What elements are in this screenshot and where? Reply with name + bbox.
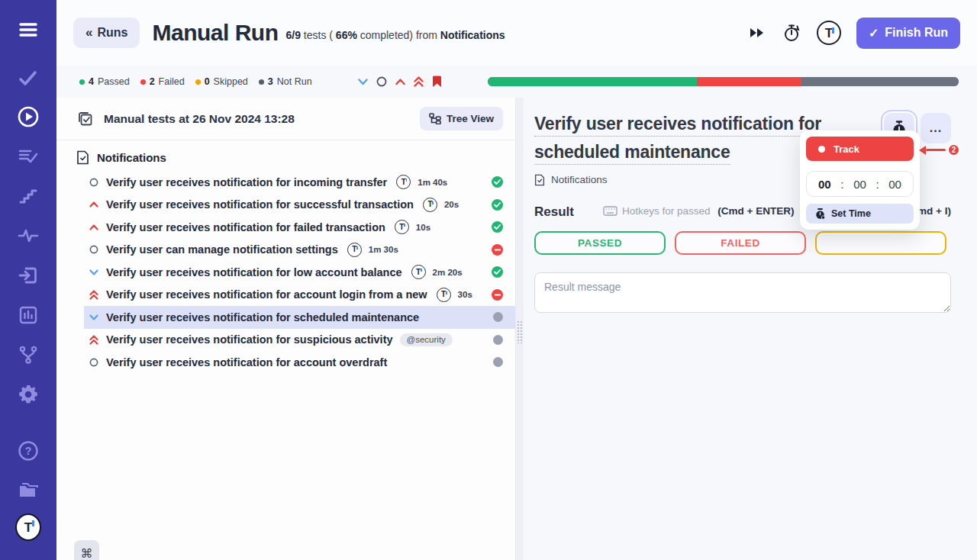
timer-display[interactable]: 00 : 00 : 00	[806, 171, 914, 197]
tree-view-icon	[429, 113, 441, 124]
arrow-left-icon	[919, 146, 926, 155]
test-row-selected[interactable]: Verify user receives notification for sc…	[84, 306, 515, 329]
progress-failed-segment	[697, 77, 801, 86]
tree-view-button[interactable]: Tree View	[420, 107, 503, 130]
priority-normal-icon	[89, 245, 99, 254]
suite-folder-row[interactable]: Notifications	[56, 140, 515, 171]
circle-priority-icon[interactable]	[376, 76, 387, 87]
test-row[interactable]: Verify user receives notification for fa…	[84, 216, 515, 239]
stat-passed: 4 Passed	[79, 76, 130, 87]
priority-critical-icon	[89, 290, 99, 300]
double-chevron-left-icon: «	[85, 25, 91, 40]
priority-normal-icon	[89, 178, 99, 187]
test-duration: 10s	[416, 223, 430, 232]
track-button[interactable]: Track	[806, 137, 914, 161]
help-icon[interactable]: ?	[15, 438, 41, 464]
test-row[interactable]: Verify user receives notification for lo…	[84, 261, 515, 284]
status-passed-icon	[492, 221, 503, 233]
failed-button[interactable]: FAILED	[675, 231, 806, 255]
passed-button[interactable]: PASSED	[534, 231, 666, 255]
result-message-input[interactable]	[534, 272, 951, 313]
analytics-icon[interactable]	[15, 302, 41, 328]
status-not-run-icon	[493, 357, 503, 367]
automation-logo-icon: T	[411, 265, 426, 279]
failed-dot-icon	[140, 79, 146, 85]
timer-hours: 00	[818, 178, 831, 191]
retry-timer-icon[interactable]	[782, 22, 801, 43]
priority-filters	[358, 76, 442, 88]
test-row[interactable]: Verify user receives notification for in…	[84, 171, 515, 194]
timer-seconds: 00	[888, 178, 901, 191]
status-failed-icon	[492, 244, 503, 256]
svg-text:?: ?	[25, 445, 32, 457]
hotkeys-hint-fragment: md + I)	[917, 205, 951, 217]
test-duration: 2m 20s	[433, 268, 463, 277]
more-options-button[interactable]: ...	[921, 113, 951, 143]
stat-not-run: 3 Not Run	[259, 76, 312, 87]
result-buttons: PASSED FAILED	[534, 231, 951, 255]
run-subtitle: 6/9 tests ( 66% completed) from Notifica…	[285, 29, 505, 41]
automation-logo-icon: T	[347, 243, 362, 257]
priority-low-icon	[89, 314, 99, 320]
double-chevron-up-icon[interactable]	[414, 76, 424, 87]
status-passed-icon	[492, 266, 503, 278]
document-icon	[534, 174, 545, 186]
status-bar: 4 Passed 2 Failed 0 Skipped 3 Not Run	[56, 66, 977, 98]
test-list-panel: Manual tests at 26 Nov 2024 13:28 Tree V…	[56, 98, 516, 560]
status-passed-icon	[492, 199, 503, 211]
test-row[interactable]: Verify user receives notification for su…	[84, 329, 515, 352]
test-row[interactable]: Verify user receives notification for ac…	[84, 284, 515, 307]
automation-logo-icon: T	[437, 288, 451, 302]
hotkeys-hint: Hotkeys for passed (Cmd + ENTER) , faile…	[603, 205, 832, 217]
status-failed-icon	[492, 289, 503, 301]
priority-critical-icon	[89, 335, 99, 345]
set-time-button[interactable]: Set Time	[806, 204, 914, 224]
top-bar: « Runs Manual Run 6/9 tests ( 66% comple…	[56, 0, 977, 66]
test-list-header: Manual tests at 26 Nov 2024 13:28 Tree V…	[56, 98, 515, 140]
checks-icon[interactable]	[15, 66, 41, 92]
timer-popup: Track 00 : 00 : 00 Set Time	[800, 130, 920, 230]
app-window: ? T « Runs Manual Run 6/9 tests ( 66% co…	[0, 0, 977, 560]
test-row[interactable]: Verify user can manage notification sett…	[84, 239, 515, 262]
test-duration: 1m 30s	[369, 245, 398, 254]
branches-icon[interactable]	[15, 342, 41, 368]
passed-dot-icon	[79, 79, 85, 85]
import-icon[interactable]	[15, 262, 41, 288]
status-not-run-icon	[493, 335, 503, 345]
chevron-down-icon[interactable]	[358, 79, 368, 85]
back-to-runs-button[interactable]: « Runs	[73, 18, 140, 48]
steps-icon[interactable]	[15, 183, 41, 209]
runs-icon[interactable]	[15, 104, 41, 130]
test-plans-icon[interactable]	[15, 143, 41, 169]
bookmark-icon[interactable]	[432, 76, 442, 88]
test-row[interactable]: Verify user receives notification for su…	[84, 194, 515, 217]
priority-low-icon	[89, 269, 99, 275]
menu-icon[interactable]	[15, 17, 41, 43]
panel-resize-handle[interactable]	[516, 98, 524, 560]
drag-dots-icon	[517, 320, 523, 343]
check-icon: ✓	[869, 26, 879, 40]
fast-forward-icon[interactable]	[748, 26, 766, 40]
priority-high-icon	[89, 224, 99, 230]
document-icon	[76, 150, 89, 165]
chevron-up-icon[interactable]	[395, 79, 405, 85]
finish-run-button[interactable]: ✓ Finish Run	[856, 18, 960, 49]
tests-count: 6/9	[285, 29, 300, 41]
test-tag: @security	[400, 333, 453, 346]
app-logo-icon[interactable]: T	[15, 514, 41, 540]
test-row[interactable]: Verify user receives notification for ac…	[84, 351, 515, 374]
result-heading: Result	[534, 204, 574, 220]
back-label: Runs	[97, 26, 127, 40]
command-shortcut-button[interactable]: ⌘	[74, 540, 99, 560]
skipped-button[interactable]	[815, 231, 946, 255]
automation-logo-icon: T	[395, 220, 409, 234]
annotation-arrow: 2	[919, 143, 960, 156]
breadcrumb-suite: Notifications	[551, 174, 608, 185]
brand-logo-icon[interactable]: T	[817, 21, 841, 45]
pulse-icon[interactable]	[15, 223, 41, 249]
projects-folder-icon[interactable]	[15, 478, 41, 504]
run-progress-bar	[488, 77, 959, 86]
test-duration: 30s	[458, 290, 472, 299]
keyboard-icon	[603, 206, 617, 216]
settings-icon[interactable]	[15, 381, 41, 407]
